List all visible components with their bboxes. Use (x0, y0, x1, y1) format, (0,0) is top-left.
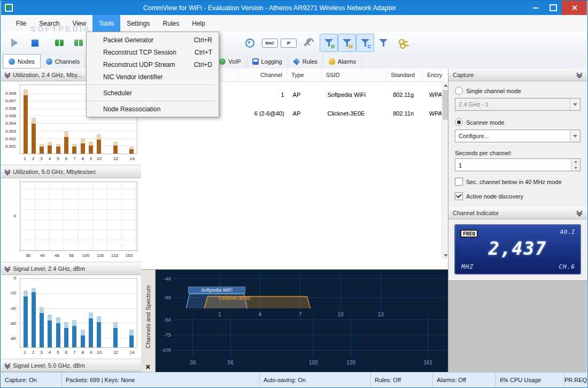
menu-item-reconstruct-tcp[interactable]: Reconstruct TCP Session Ctrl+T (87, 46, 219, 58)
channel-indicator-header[interactable]: Channel Indicator (448, 207, 587, 219)
keys-icon (399, 39, 409, 47)
mac-aliases-button[interactable]: MAC (261, 34, 279, 52)
chevron-down-icon (4, 169, 11, 175)
menu-item-scheduler[interactable]: Scheduler (87, 87, 219, 99)
spectrum-close-button[interactable] (144, 363, 152, 370)
seconds-per-channel-stepper[interactable] (455, 158, 581, 171)
tab-rules[interactable]: Rules (288, 54, 323, 69)
menu-item-node-reassociation[interactable]: Node Reassociation (87, 103, 219, 115)
panel-title: Utilization, 2.4 GHz, Mby... (13, 72, 82, 78)
tab-channels[interactable]: Channels (41, 54, 86, 69)
logging-icon (252, 58, 259, 65)
stepper-buttons (571, 159, 580, 171)
stepper-up-button[interactable] (571, 159, 580, 165)
node-details-button[interactable] (241, 34, 259, 52)
ip-aliases-button[interactable]: IP (280, 34, 298, 52)
spectrum-chart: 1471013-40-80Softpedia WiFiClicknet-3E0E… (156, 270, 450, 372)
y-axis: 0.0080.0070.0060.0050.0040.0030.0020.001 (1, 85, 18, 154)
menu-help[interactable]: Help (185, 15, 212, 32)
chevron-down-icon (4, 362, 11, 369)
menu-tools[interactable]: Tools (92, 15, 120, 32)
scanner-mode-option[interactable]: Scanner mode (455, 118, 581, 126)
x-axis: 123456789101214 (20, 351, 137, 356)
stepper-down-button[interactable] (571, 165, 580, 171)
menu-settings[interactable]: Settings (120, 15, 156, 32)
svg-text:161: 161 (424, 360, 433, 366)
scanner-configure-select[interactable]: Configure... (455, 130, 581, 142)
close-button[interactable] (562, 1, 587, 15)
radio-scanner-mode[interactable] (455, 118, 463, 126)
right-sidebar: Capture Single channel mode 2.4 GHz - 1 … (448, 69, 587, 372)
filter-data-button[interactable]: D (320, 34, 338, 52)
play-icon (11, 39, 18, 47)
tab-alarms[interactable]: Alarms (323, 54, 362, 69)
chevron-down-icon[interactable] (570, 130, 580, 142)
rules-filter-button[interactable] (374, 34, 392, 52)
open-logs-button[interactable] (50, 34, 68, 52)
chevron-down-icon[interactable] (570, 98, 580, 110)
svg-text:Clicknet-3E0E: Clicknet-3E0E (219, 295, 251, 301)
start-capture-button[interactable] (5, 34, 24, 52)
checkbox-label: Active node discovery (466, 193, 523, 200)
minimize-button[interactable] (527, 1, 544, 15)
single-channel-select[interactable]: 2.4 GHz - 1 (455, 98, 581, 111)
svg-text:-50: -50 (164, 317, 171, 323)
status-capture: Capture: On (1, 372, 62, 387)
column-header-type[interactable]: Type (287, 69, 322, 81)
tab-nodes[interactable]: Nodes (3, 54, 41, 69)
filter-control-button[interactable]: C (356, 34, 374, 52)
svg-text:100: 100 (309, 360, 318, 366)
menu-rules[interactable]: Rules (157, 15, 186, 32)
radio-single-channel[interactable] (455, 87, 463, 95)
titlebar: CommView for WiFi - Evaluation Version -… (1, 1, 587, 15)
svg-text:Softpedia WiFi: Softpedia WiFi (201, 287, 233, 293)
maximize-button[interactable] (544, 1, 562, 15)
active-node-discovery-option[interactable]: Active node discovery (455, 192, 581, 200)
column-header-channel[interactable]: Channel (239, 69, 287, 81)
indicator-corner-label: AO.I (560, 229, 575, 235)
alarms-icon (329, 58, 335, 65)
single-channel-mode-option[interactable]: Single channel mode (455, 87, 581, 95)
menu-file[interactable]: File (10, 15, 33, 32)
encryption-cell: WPA (425, 104, 442, 123)
capture-panel-header[interactable]: Capture (448, 69, 587, 81)
voip-icon (219, 58, 226, 65)
tab-label: Logging (261, 58, 282, 65)
filter-management-button[interactable]: M (338, 34, 356, 52)
menu-item-label: Reconstruct UDP Stream (103, 61, 175, 69)
minimize-icon (533, 7, 538, 9)
panel-header-signal-50[interactable]: Signal Level, 5.0 GHz, dBm (1, 359, 141, 372)
panel-title: Signal Level, 5.0 GHz, dBm (13, 362, 85, 369)
seconds-input[interactable] (455, 159, 574, 172)
chevron-down-icon (4, 72, 11, 78)
options-button[interactable] (298, 34, 316, 52)
spectrum-strip-label: Channels and Spectrum (145, 285, 151, 348)
status-alarms: Alarms: Off (433, 372, 496, 387)
active-node-checkbox[interactable] (455, 192, 463, 200)
sec-channel-option[interactable]: Sec. channel below in 40 MHz mode (455, 178, 581, 186)
menu-item-nic-vendor[interactable]: NIC Vendor Identifier (87, 71, 219, 83)
save-log-icon (74, 40, 83, 46)
sec-channel-checkbox[interactable] (455, 178, 463, 186)
tab-label: VoIP (228, 58, 241, 65)
column-header-ssid[interactable]: SSID (322, 69, 387, 81)
channels-icon (46, 58, 52, 65)
menu-item-reconstruct-udp[interactable]: Reconstruct UDP Stream Ctrl+D (87, 58, 219, 71)
save-logs-button[interactable] (69, 34, 88, 52)
stop-capture-button[interactable] (26, 34, 44, 52)
spectrum-svg: 1471013-40-80Softpedia WiFiClicknet-3E0E… (156, 270, 450, 372)
tab-label: Channels (55, 58, 80, 65)
freq-label: FREQ (460, 230, 478, 238)
tab-logging[interactable]: Logging (247, 54, 288, 69)
menu-item-label: Reconstruct TCP Session (103, 49, 176, 56)
panel-header-utilization-50[interactable]: Utilization, 5.0 GHz, Mbytes/sec (1, 165, 141, 178)
filter-letter: D (331, 44, 335, 49)
column-header-encryption[interactable]: Encry (423, 69, 442, 81)
panel-header-signal-24[interactable]: Signal Level, 2.4 GHz, dBm (1, 262, 141, 275)
filter-letter: M (349, 44, 353, 49)
svg-text:120: 120 (346, 360, 355, 366)
column-header-standard[interactable]: Standard (386, 69, 423, 81)
menu-item-packet-generator[interactable]: Packet Generator Ctrl+R (87, 34, 219, 46)
chevron-down-icon (4, 265, 11, 272)
wep-keys-button[interactable] (394, 34, 413, 52)
